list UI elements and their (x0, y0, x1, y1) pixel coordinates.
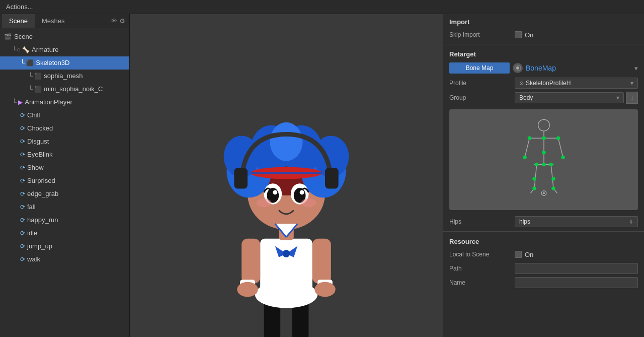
tree-label-surprised: Surprised (27, 175, 55, 186)
tree-item-edge-grab[interactable]: ⟳ edge_grab (0, 187, 129, 200)
svg-point-66 (542, 163, 546, 167)
group-value: Body (519, 94, 533, 101)
tree-item-show[interactable]: ⟳ Show (0, 161, 129, 174)
tree-item-chill[interactable]: ⟳ Chill (0, 109, 129, 122)
svg-rect-11 (260, 239, 312, 298)
svg-point-70 (551, 177, 555, 181)
anim-child-icon-eyeblink: ⟳ (20, 149, 25, 160)
content-area: Scene Meshes 👁 ⚙ 🎬 Scene └○ (0, 14, 644, 337)
anim-child-icon-idle: ⟳ (20, 228, 25, 239)
tab-meshes[interactable]: Meshes (35, 14, 72, 28)
tree-label-happy-run: happy_run (27, 215, 58, 226)
import-section-header: Import (443, 14, 644, 28)
bone-map-value: BoneMap (526, 64, 634, 72)
tree-item-eyeblink[interactable]: ⟳ EyeBlink (0, 148, 129, 161)
profile-icon: ⊙ (519, 80, 524, 87)
tree-item-armature[interactable]: └○ 🦴 Armature (0, 43, 129, 56)
svg-point-39 (257, 198, 272, 208)
tree-item-mini-sophia[interactable]: └ ⬛ mini_sophia_noik_C (0, 83, 129, 96)
group-label: Group (449, 94, 515, 101)
name-label: Name (449, 279, 515, 286)
retarget-section-header: Retarget (443, 46, 644, 60)
tree-item-disgust[interactable]: ⟳ Disgust (0, 135, 129, 148)
svg-point-38 (300, 190, 304, 195)
svg-point-67 (534, 163, 538, 167)
svg-point-74 (543, 192, 545, 194)
tree-item-animplayer[interactable]: └ ▶ AnimationPlayer (0, 96, 129, 109)
group-extra-button[interactable]: ↓ (626, 92, 638, 104)
bone-map-dropdown-arrow[interactable]: ▾ (634, 64, 638, 72)
svg-point-37 (273, 190, 277, 195)
tree-item-surprised[interactable]: ⟳ Surprised (0, 174, 129, 187)
skip-import-checkbox[interactable] (515, 31, 522, 38)
svg-rect-31 (234, 168, 248, 188)
profile-row: Profile ⊙ SkeletonProfileH ▾ (443, 76, 644, 90)
svg-rect-32 (325, 168, 339, 188)
tree-label-jump-up: jump_up (27, 241, 52, 252)
connect2-icon: └ (20, 57, 25, 69)
anim-icon: ▶ (18, 97, 23, 108)
svg-point-71 (532, 186, 536, 190)
local-to-scene-text: On (525, 251, 533, 258)
scene-icon: 🎬 (4, 31, 12, 42)
tree-label-armature: Armature (32, 44, 58, 55)
left-panel: Scene Meshes 👁 ⚙ 🎬 Scene └○ (0, 14, 130, 337)
tree-item-fall[interactable]: ⟳ fall (0, 200, 129, 214)
anim-child-icon-show: ⟳ (20, 162, 25, 173)
local-to-scene-checkbox[interactable] (515, 251, 522, 258)
name-input[interactable] (515, 277, 638, 288)
mesh-icon: ⬛ (34, 71, 42, 82)
tree-item-chocked[interactable]: ⟳ Chocked (0, 122, 129, 135)
body-preview (449, 109, 638, 210)
tree-label-idle: idle (27, 228, 37, 239)
svg-rect-15 (242, 239, 260, 284)
svg-point-28 (270, 122, 302, 161)
anim-child-icon-walk: ⟳ (20, 254, 25, 265)
svg-point-18 (237, 282, 258, 297)
profile-label: Profile (449, 80, 515, 87)
hips-value-text: hips (519, 218, 530, 225)
tree-item-skeleton3d[interactable]: └ ⬛ Skeleton3D (0, 56, 129, 70)
bone-map-icon[interactable] (513, 63, 523, 73)
anim-child-icon-disgust: ⟳ (20, 136, 25, 147)
tree-label-walk: walk (27, 254, 40, 265)
tab-scene[interactable]: Scene (2, 14, 35, 28)
path-input[interactable] (515, 263, 638, 274)
anim-child-icon-edge-grab: ⟳ (20, 188, 25, 199)
tree-item-jump-up[interactable]: ⟳ jump_up (0, 240, 129, 253)
svg-point-20 (314, 282, 335, 297)
profile-value-text: SkeletonProfileH (526, 80, 571, 87)
path-row: Path (443, 261, 644, 276)
tree-label-skeleton3d: Skeleton3D (36, 57, 69, 69)
tree-item-scene[interactable]: 🎬 Scene (0, 30, 129, 43)
hips-action-icon[interactable]: ⇓ (629, 219, 633, 225)
profile-dropdown[interactable]: ⊙ SkeletonProfileH ▾ (515, 78, 638, 89)
divider-1 (443, 44, 644, 44)
svg-rect-16 (312, 239, 331, 284)
profile-arrow: ▾ (630, 80, 633, 87)
tree-item-happy-run[interactable]: ⟳ happy_run (0, 214, 129, 227)
local-to-scene-row: Local to Scene On (443, 247, 644, 261)
svg-point-68 (549, 163, 553, 167)
anim-child-icon-chocked: ⟳ (20, 123, 25, 134)
connect3-icon: └ (28, 71, 33, 82)
svg-point-62 (556, 136, 560, 140)
tree-item-idle[interactable]: ⟳ idle (0, 227, 129, 240)
character-svg (130, 14, 443, 337)
settings-icon[interactable]: ⚙ (119, 17, 125, 25)
eye-icon[interactable]: 👁 (111, 17, 117, 25)
group-arrow: ▾ (616, 94, 619, 101)
mesh2-icon: ⬛ (34, 84, 42, 95)
connect4-icon: └ (28, 84, 33, 95)
svg-point-47 (516, 66, 519, 70)
title-bar: Actions... (0, 0, 644, 14)
bone-map-label[interactable]: Bone Map (449, 62, 510, 74)
tree-item-sophia-mesh[interactable]: └ ⬛ sophia_mesh (0, 70, 129, 83)
group-dropdown[interactable]: Body ▾ (515, 92, 624, 103)
tree-label-chill: Chill (27, 110, 40, 121)
scene-tree: 🎬 Scene └○ 🦴 Armature └ ⬛ Skeleton3D (0, 28, 129, 337)
viewport[interactable] (130, 14, 443, 337)
local-to-scene-label: Local to Scene (449, 251, 515, 258)
armature-icon: 🦴 (22, 44, 30, 55)
tree-item-walk[interactable]: ⟳ walk (0, 253, 129, 266)
